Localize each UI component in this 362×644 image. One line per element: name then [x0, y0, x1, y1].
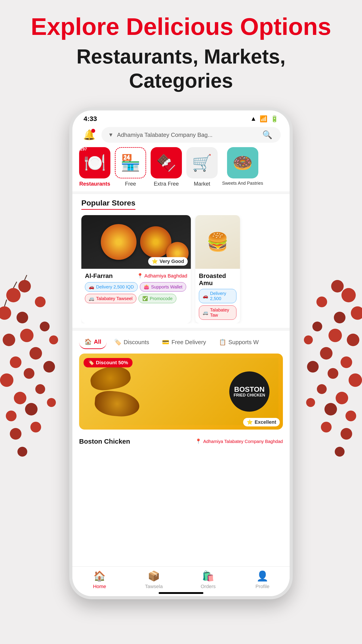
svg-point-39	[336, 392, 348, 404]
chicken-items	[90, 367, 139, 416]
categories-section: 297 🍽️ Restaurants 🏪 Free 🍫	[72, 147, 290, 192]
excellent-badge: ⭐ Excellent	[243, 418, 280, 426]
svg-point-32	[312, 322, 322, 332]
filter-supports-label: Supports W	[228, 339, 259, 346]
search-icon: 🔍	[262, 130, 272, 140]
chicken-piece-1	[89, 364, 132, 393]
store-name: Al-Farran	[85, 272, 113, 280]
category-icon-sweets: 🍩	[227, 147, 258, 178]
orders-nav-icon: 🛍️	[202, 570, 214, 582]
tawsela-nav-label: Tawsela	[145, 584, 163, 590]
category-free[interactable]: 🏪 Free	[115, 147, 146, 187]
store-location: 📍 Adhamiya Baghdad	[137, 273, 187, 279]
wifi-icon: ▲	[250, 115, 257, 122]
featured-visual: BOSTON FRIED CHICKEN	[84, 358, 278, 425]
svg-point-42	[325, 403, 337, 416]
free-delivery-tab-icon: 💳	[162, 339, 169, 346]
tawseel-label: Talabatey Tawseel	[96, 296, 132, 301]
svg-point-43	[306, 398, 315, 407]
delivery-icon-b: 🚗	[203, 294, 208, 299]
nav-item-profile[interactable]: 👤 Profile	[235, 570, 290, 590]
market-icon: 🛒	[192, 154, 212, 172]
category-sweets[interactable]: 🍩 Sweets And Pastries	[222, 147, 263, 187]
svg-point-9	[29, 347, 42, 360]
notification-button[interactable]: 🔔	[81, 127, 97, 143]
main-headline: Explore Delicious Options	[18, 14, 344, 40]
svg-point-37	[328, 368, 338, 379]
svg-point-38	[307, 361, 319, 372]
svg-point-44	[341, 428, 352, 440]
filter-tab-free-delivery[interactable]: 💳 Free Delivery	[157, 335, 211, 349]
category-label-market: Market	[194, 181, 210, 187]
svg-point-12	[24, 368, 34, 379]
search-button[interactable]: 🔍	[261, 128, 274, 142]
tag-tawseel: 🚐 Talabatey Tawseel	[85, 294, 136, 303]
header-section: Explore Delicious Options Restaurants, M…	[0, 14, 362, 93]
category-market[interactable]: 🛒 Market	[186, 147, 218, 187]
svg-point-15	[35, 384, 45, 394]
svg-point-35	[304, 336, 313, 344]
tawseel-label-b: Talabatey Taw	[210, 308, 233, 318]
svg-line-22	[13, 282, 17, 288]
popular-stores-title: Popular Stores	[81, 198, 135, 210]
featured-store-location: 📍 Adhamiya Talabatey Company Baghdad	[195, 438, 283, 444]
featured-location-text: Adhamiya Talabatey Company Baghdad	[203, 439, 283, 444]
phone-frame: 4:33 ▲ 📶 🔋 🔔 ▼ Adhamiya Talabatey Compan…	[69, 107, 293, 599]
tag-delivery: 🚗 Delivery 2,500 IQD	[85, 282, 138, 292]
store-image-broasted: 🍔	[195, 215, 240, 269]
filter-discounts-label: Discounts	[124, 339, 149, 346]
nav-item-home[interactable]: 🏠 Home	[72, 570, 127, 590]
svg-point-41	[346, 410, 356, 421]
filter-all-label: All	[94, 338, 101, 345]
featured-card-boston[interactable]: BOSTON FRIED CHICKEN 🏷️ Discount 50% ⭐ E…	[79, 354, 283, 430]
tag-icon: 🏷️	[88, 360, 94, 366]
profile-nav-label: Profile	[255, 584, 269, 590]
berries-left-decoration	[0, 268, 67, 470]
star-icon: ⭐	[152, 258, 158, 264]
nav-item-orders[interactable]: 🛍️ Orders	[181, 570, 235, 590]
orders-nav-label: Orders	[201, 584, 216, 590]
wallet-icon: 👛	[144, 284, 149, 290]
search-bar[interactable]: ▼ Adhamiya Talabatey Company Bag... 🔍	[101, 127, 281, 143]
tag-wallet: 👛 Supports Wallet	[140, 282, 186, 292]
svg-point-30	[347, 334, 359, 346]
filter-tab-all[interactable]: 🏠 All	[79, 335, 107, 349]
nav-item-tawsela[interactable]: 📦 Tawsela	[127, 570, 181, 590]
wallet-label: Supports Wallet	[151, 284, 182, 290]
category-restaurants[interactable]: 297 🍽️ Restaurants	[79, 147, 110, 187]
notification-badge	[91, 129, 95, 133]
location-pin-icon: 📍	[137, 273, 143, 279]
filter-tabs: 🏠 All 🏷️ Discounts 💳 Free Delivery 📋 Sup…	[72, 330, 290, 354]
svg-point-28	[334, 312, 346, 323]
signal-icon: 📶	[260, 115, 268, 122]
svg-point-45	[321, 422, 332, 432]
popular-stores-section: Popular Stores ⭐ Very Good	[72, 194, 290, 328]
boston-logo: BOSTON FRIED CHICKEN	[229, 372, 270, 412]
svg-point-46	[335, 447, 345, 456]
store-card-broasted[interactable]: 🍔 Broasted Amu 🚗 Delivery 2,500 🚐	[195, 215, 240, 323]
profile-nav-icon: 👤	[256, 570, 269, 582]
phone-mockup: 4:33 ▲ 📶 🔋 🔔 ▼ Adhamiya Talabatey Compan…	[69, 107, 293, 599]
restaurants-icon: 🍽️	[84, 152, 106, 173]
svg-point-26	[331, 280, 344, 292]
svg-line-24	[4, 300, 7, 306]
svg-point-14	[14, 392, 26, 404]
store-info-al-farran: Al-Farran 📍 Adhamiya Baghdad 🚗 Delivery …	[81, 269, 191, 307]
svg-point-6	[20, 329, 33, 342]
location-text: Adhamiya Baghdad	[144, 273, 187, 279]
category-extra-free[interactable]: 🍫 Extra Free	[151, 147, 182, 187]
svg-point-7	[40, 322, 50, 332]
category-badge: 297	[79, 147, 89, 152]
svg-point-10	[49, 336, 58, 344]
featured-section: BOSTON FRIED CHICKEN 🏷️ Discount 50% ⭐ E…	[72, 354, 290, 434]
filter-tab-supports[interactable]: 📋 Supports W	[214, 335, 264, 349]
svg-point-20	[30, 422, 41, 432]
categories-row: 297 🍽️ Restaurants 🏪 Free 🍫	[79, 147, 283, 187]
promo-label: Promocode	[150, 296, 173, 301]
filter-tab-discounts[interactable]: 🏷️ Discounts	[109, 335, 154, 349]
store-card-al-farran[interactable]: ⭐ Very Good Al-Farran 📍 Adhamiya Baghdad	[81, 215, 191, 323]
excellent-star-icon: ⭐	[247, 419, 253, 425]
search-location-text: Adhamiya Talabatey Company Bag...	[117, 132, 257, 138]
filter-free-delivery-label: Free Delivery	[171, 339, 206, 346]
svg-point-40	[317, 384, 327, 394]
